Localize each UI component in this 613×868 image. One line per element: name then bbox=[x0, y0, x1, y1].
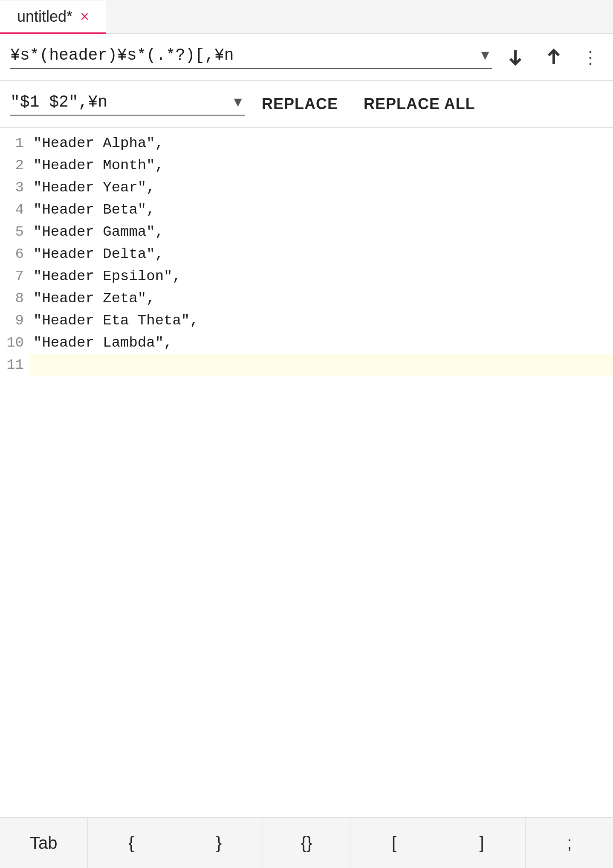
search-input-wrapper: ¥s*(header)¥s*(.*?)[,¥n ▼ bbox=[10, 46, 492, 69]
replace-all-button[interactable]: REPLACE ALL bbox=[355, 95, 484, 113]
line-number: 10 bbox=[0, 332, 30, 354]
code-line[interactable]: "Header Year", bbox=[30, 176, 613, 199]
code-line[interactable]: "Header Epsilon", bbox=[30, 265, 613, 287]
tab-label: untitled* bbox=[17, 8, 72, 26]
replace-bar: "$1 $2",¥n ▼ REPLACE REPLACE ALL bbox=[0, 81, 613, 128]
code-line[interactable]: "Header Eta Theta", bbox=[30, 310, 613, 332]
keyboard-key-tab[interactable]: Tab bbox=[0, 818, 88, 868]
tab-bar: untitled* × bbox=[0, 0, 613, 34]
line-number: 1 bbox=[0, 132, 30, 154]
keyboard-key-[interactable]: [ bbox=[350, 818, 438, 868]
line-number: 8 bbox=[0, 287, 30, 310]
keyboard-key-[interactable]: {} bbox=[263, 818, 351, 868]
code-line[interactable]: "Header Lambda", bbox=[30, 332, 613, 354]
editor-area: 1234567891011 "Header Alpha","Header Mon… bbox=[0, 128, 613, 725]
code-line[interactable]: "Header Beta", bbox=[30, 199, 613, 221]
replace-dropdown-arrow[interactable]: ▼ bbox=[231, 94, 245, 110]
code-line[interactable]: "Header Month", bbox=[30, 154, 613, 176]
replace-input[interactable]: "$1 $2",¥n bbox=[10, 93, 227, 111]
keyboard-bar: Tab{}{}[]; bbox=[0, 817, 613, 868]
line-number: 11 bbox=[0, 354, 30, 376]
more-options-button[interactable]: ⋮ bbox=[577, 42, 603, 72]
code-line[interactable]: "Header Gamma", bbox=[30, 221, 613, 243]
line-number: 3 bbox=[0, 176, 30, 199]
line-numbers: 1234567891011 bbox=[0, 128, 30, 725]
keyboard-key-[interactable]: ] bbox=[438, 818, 526, 868]
line-number: 7 bbox=[0, 265, 30, 287]
keyboard-key-[interactable]: } bbox=[175, 818, 263, 868]
active-tab[interactable]: untitled* × bbox=[0, 1, 106, 34]
search-up-button[interactable] bbox=[539, 42, 569, 72]
tab-close-icon[interactable]: × bbox=[80, 9, 89, 24]
code-line[interactable]: "Header Delta", bbox=[30, 243, 613, 265]
line-number: 6 bbox=[0, 243, 30, 265]
replace-button[interactable]: REPLACE bbox=[253, 95, 347, 113]
search-bar: ¥s*(header)¥s*(.*?)[,¥n ▼ ⋮ bbox=[0, 34, 613, 81]
line-number: 4 bbox=[0, 199, 30, 221]
line-number: 9 bbox=[0, 310, 30, 332]
search-dropdown-arrow[interactable]: ▼ bbox=[478, 47, 492, 63]
line-number: 5 bbox=[0, 221, 30, 243]
replace-input-wrapper: "$1 $2",¥n ▼ bbox=[10, 93, 245, 116]
code-line[interactable] bbox=[30, 354, 613, 376]
keyboard-key-[interactable]: { bbox=[88, 818, 176, 868]
line-number: 2 bbox=[0, 154, 30, 176]
code-content[interactable]: "Header Alpha","Header Month","Header Ye… bbox=[30, 128, 613, 725]
search-down-button[interactable] bbox=[500, 42, 530, 72]
code-line[interactable]: "Header Zeta", bbox=[30, 287, 613, 310]
search-input[interactable]: ¥s*(header)¥s*(.*?)[,¥n bbox=[10, 46, 474, 64]
code-line[interactable]: "Header Alpha", bbox=[30, 132, 613, 154]
keyboard-key-[interactable]: ; bbox=[526, 818, 613, 868]
